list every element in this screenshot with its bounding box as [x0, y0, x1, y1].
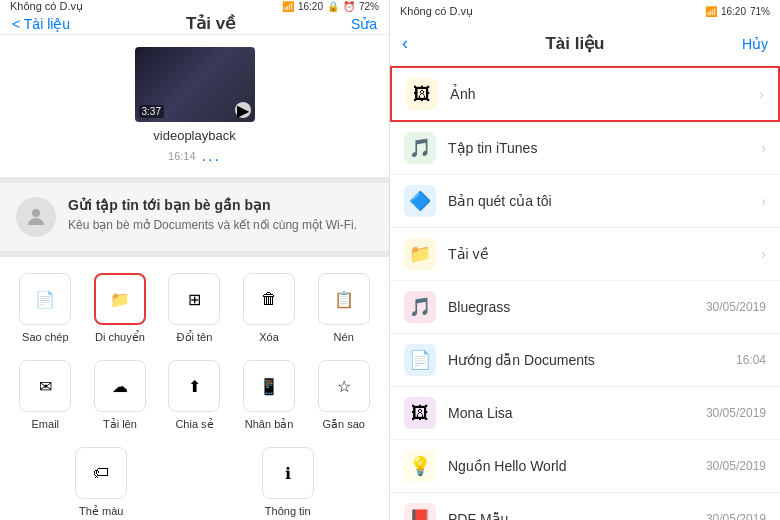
action-nhanban[interactable]: 📱Nhân bản: [239, 360, 299, 431]
list-item[interactable]: 🎵Tập tin iTunes›: [390, 122, 780, 175]
action-icon-tailene: ☁: [94, 360, 146, 412]
actions-row-1: 📄Sao chép📁Di chuyển⊞Đổi tên🗑Xóa📋Nén: [0, 269, 389, 356]
chevron-right-icon: ›: [761, 246, 766, 262]
file-name-huongdan: Hướng dẫn Documents: [448, 352, 736, 368]
list-item[interactable]: 🎵Bluegrass30/05/2019: [390, 281, 780, 334]
list-item[interactable]: 📁Tải về›: [390, 228, 780, 281]
status-bar-right: Không có D.vụ 📶 16:20 71%: [390, 0, 780, 22]
file-icon-monalisa: 🖼: [404, 397, 436, 429]
action-label-ghisao: Gắn sao: [322, 418, 364, 431]
nav-bar-right: ‹ Tài liệu Hủy: [390, 22, 780, 66]
list-item[interactable]: 📕PDF Mẫu30/05/2019: [390, 493, 780, 520]
battery-left: 72%: [359, 1, 379, 12]
file-icon-banquet: 🔷: [404, 185, 436, 217]
file-icon-nguon: 💡: [404, 450, 436, 482]
action-icon-thongtin: ℹ: [262, 447, 314, 499]
action-ghisao[interactable]: ☆Gắn sao: [314, 360, 374, 431]
list-item[interactable]: 🔷Bản quét của tôi›: [390, 175, 780, 228]
action-xoa[interactable]: 🗑Xóa: [239, 273, 299, 344]
action-label-dichuen: Di chuyển: [95, 331, 145, 344]
file-icon-huongdan: 📄: [404, 344, 436, 376]
file-name-taive: Tải về: [448, 246, 755, 262]
actions-row-3: 🏷Thẻ màuℹThông tin: [0, 443, 389, 520]
action-thongtin[interactable]: ℹThông tin: [258, 447, 318, 518]
back-button-left[interactable]: < Tài liệu: [12, 16, 70, 32]
share-desc: Kêu bạn bè mở Documents và kết nối cùng …: [68, 217, 357, 234]
cancel-button[interactable]: Hủy: [742, 36, 768, 52]
video-duration: 3:37: [139, 105, 164, 118]
list-item[interactable]: 📄Hướng dẫn Documents16:04: [390, 334, 780, 387]
status-bar-left: Không có D.vụ 📶 16:20 🔒 ⏰ 72%: [0, 0, 389, 13]
video-meta: 16:14 ...: [168, 147, 221, 165]
file-icon-taptin-itunes: 🎵: [404, 132, 436, 164]
action-label-thongtin: Thông tin: [265, 505, 311, 517]
action-nen[interactable]: 📋Nén: [314, 273, 374, 344]
file-name-anh: Ảnh: [450, 86, 753, 102]
action-label-nen: Nén: [334, 331, 354, 343]
right-panel: Không có D.vụ 📶 16:20 71% ‹ Tài liệu Hủy…: [390, 0, 780, 520]
file-icon-taive: 📁: [404, 238, 436, 270]
action-label-email: Email: [32, 418, 60, 430]
file-name-pdfmau: PDF Mẫu: [448, 511, 706, 520]
video-time: 16:14: [168, 150, 196, 162]
action-email[interactable]: ✉Email: [15, 360, 75, 431]
edit-button[interactable]: Sửa: [351, 16, 377, 32]
share-avatar: [16, 197, 56, 237]
action-label-tailene: Tải lên: [103, 418, 137, 431]
action-icon-dichuen: 📁: [94, 273, 146, 325]
actions-grid: 📄Sao chép📁Di chuyển⊞Đổi tên🗑Xóa📋Nén ✉Ema…: [0, 251, 389, 520]
list-item[interactable]: 🖼Ảnh›: [390, 66, 780, 122]
wifi-icon-right: 📶: [705, 6, 717, 17]
action-label-saochep: Sao chép: [22, 331, 68, 343]
action-icon-ghisao: ☆: [318, 360, 370, 412]
file-icon-bluegrass: 🎵: [404, 291, 436, 323]
back-button-right[interactable]: ‹: [402, 33, 408, 54]
share-section: Gửi tập tin tới bạn bè gần bạn Kêu bạn b…: [0, 177, 389, 251]
file-icon-anh: 🖼: [406, 78, 438, 110]
file-name-monalisa: Mona Lisa: [448, 405, 706, 421]
file-name-banquet: Bản quét của tôi: [448, 193, 755, 209]
action-icon-nen: 📋: [318, 273, 370, 325]
alarm-icon-left: ⏰: [343, 1, 355, 12]
chevron-right-icon: ›: [761, 140, 766, 156]
play-icon: ▶: [235, 102, 251, 118]
file-name-nguon: Nguồn Hello World: [448, 458, 706, 474]
share-title: Gửi tập tin tới bạn bè gần bạn: [68, 197, 357, 213]
chevron-right-icon: ›: [759, 86, 764, 102]
battery-right: 71%: [750, 6, 770, 17]
file-name-bluegrass: Bluegrass: [448, 299, 706, 315]
action-chiase[interactable]: ⬆Chia sẻ: [164, 360, 224, 431]
list-item[interactable]: 💡Nguồn Hello World30/05/2019: [390, 440, 780, 493]
chevron-right-icon: ›: [761, 193, 766, 209]
action-label-nhanban: Nhân bản: [245, 418, 294, 431]
action-label-doiten: Đổi tên: [177, 331, 213, 344]
video-thumbnail[interactable]: 3:37 ▶: [135, 47, 255, 122]
left-panel: Không có D.vụ 📶 16:20 🔒 ⏰ 72% < Tài liệu…: [0, 0, 390, 520]
actions-row-2: ✉Email☁Tải lên⬆Chia sẻ📱Nhân bản☆Gắn sao: [0, 356, 389, 443]
file-meta-pdfmau: 30/05/2019: [706, 512, 766, 520]
file-name-taptin-itunes: Tập tin iTunes: [448, 140, 755, 156]
list-item[interactable]: 🖼Mona Lisa30/05/2019: [390, 387, 780, 440]
video-more-button[interactable]: ...: [202, 147, 221, 165]
nav-bar-left: < Tài liệu Tải về Sửa: [0, 13, 389, 35]
action-saochep[interactable]: 📄Sao chép: [15, 273, 75, 344]
video-section: 3:37 ▶ videoplayback 16:14 ...: [0, 35, 389, 177]
action-doiten[interactable]: ⊞Đổi tên: [164, 273, 224, 344]
action-dichuen[interactable]: 📁Di chuyển: [90, 273, 150, 344]
action-icon-xoa: 🗑: [243, 273, 295, 325]
carrier-left: Không có D.vụ: [10, 0, 83, 13]
action-icon-chiase: ⬆: [168, 360, 220, 412]
action-icon-saochep: 📄: [19, 273, 71, 325]
file-meta-huongdan: 16:04: [736, 353, 766, 367]
file-meta-monalisa: 30/05/2019: [706, 406, 766, 420]
nav-title-left: Tải về: [186, 13, 235, 34]
action-icon-email: ✉: [19, 360, 71, 412]
action-label-chiase: Chia sẻ: [175, 418, 213, 431]
action-tailene[interactable]: ☁Tải lên: [90, 360, 150, 431]
action-label-themau: Thẻ màu: [79, 505, 123, 518]
file-meta-nguon: 30/05/2019: [706, 459, 766, 473]
action-label-xoa: Xóa: [259, 331, 279, 343]
time-left: 16:20: [298, 1, 323, 12]
action-themau[interactable]: 🏷Thẻ màu: [71, 447, 131, 518]
nav-title-right: Tài liệu: [545, 33, 604, 54]
